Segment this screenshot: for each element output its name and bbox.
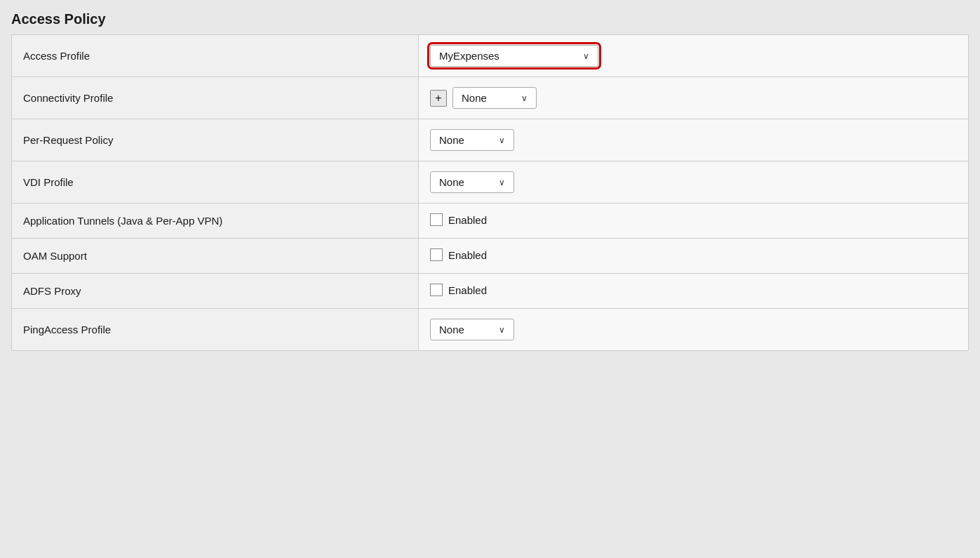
table-row: Per-Request PolicyNone∨ [12, 119, 969, 161]
row-label-application-tunnels: Application Tunnels (Java & Per-App VPN) [23, 215, 222, 227]
value-cell-application-tunnels: Enabled [419, 204, 969, 239]
chevron-down-icon: ∨ [499, 178, 505, 187]
checkbox-container-oam-support: Enabled [430, 248, 487, 261]
dropdown-value-per-request-policy: None [439, 134, 464, 146]
checkbox-adfs-proxy[interactable] [430, 284, 443, 296]
value-cell-pingaccess-profile: None∨ [419, 309, 969, 351]
value-cell-vdi-profile: None∨ [419, 161, 969, 204]
value-cell-oam-support: Enabled [419, 239, 969, 274]
table-row: Connectivity Profile+None∨ [12, 77, 969, 119]
page-container: Access Policy Access ProfileMyExpenses∨C… [0, 0, 980, 558]
dropdown-value-pingaccess-profile: None [439, 324, 464, 336]
section-title: Access Policy [11, 11, 969, 27]
plus-button-connectivity-profile[interactable]: + [430, 90, 447, 107]
row-label-access-profile: Access Profile [23, 50, 90, 62]
dropdown-value-vdi-profile: None [439, 176, 464, 188]
row-label-connectivity-profile: Connectivity Profile [23, 92, 113, 104]
checkbox-container-application-tunnels: Enabled [430, 213, 487, 226]
label-cell-oam-support: OAM Support [12, 239, 419, 274]
connectivity-label-inner: Connectivity Profile [23, 92, 407, 104]
row-label-oam-support: OAM Support [23, 250, 87, 262]
chevron-down-icon: ∨ [521, 93, 528, 103]
table-row: PingAccess ProfileNone∨ [12, 309, 969, 351]
checkbox-oam-support[interactable] [430, 248, 443, 261]
label-cell-pingaccess-profile: PingAccess Profile [12, 309, 419, 351]
table-row: VDI ProfileNone∨ [12, 161, 969, 204]
dropdown-value-access-profile: MyExpenses [439, 50, 499, 62]
row-label-per-request-policy: Per-Request Policy [23, 134, 113, 146]
dropdown-connectivity-profile[interactable]: None∨ [452, 87, 537, 109]
checkbox-label-application-tunnels: Enabled [448, 214, 487, 226]
checkbox-application-tunnels[interactable] [430, 213, 443, 226]
dropdown-access-profile[interactable]: MyExpenses∨ [430, 45, 598, 67]
chevron-down-icon: ∨ [499, 325, 505, 335]
value-cell-access-profile: MyExpenses∨ [419, 35, 969, 77]
dropdown-vdi-profile[interactable]: None∨ [430, 171, 514, 193]
table-row: Application Tunnels (Java & Per-App VPN)… [12, 204, 969, 239]
row-label-pingaccess-profile: PingAccess Profile [23, 324, 111, 336]
chevron-down-icon: ∨ [583, 51, 589, 61]
table-row: Access ProfileMyExpenses∨ [12, 35, 969, 77]
label-cell-access-profile: Access Profile [12, 35, 419, 77]
form-table: Access ProfileMyExpenses∨Connectivity Pr… [11, 34, 969, 351]
table-row: OAM SupportEnabled [12, 239, 969, 274]
dropdown-per-request-policy[interactable]: None∨ [430, 129, 514, 151]
chevron-down-icon: ∨ [499, 135, 505, 145]
checkbox-label-adfs-proxy: Enabled [448, 284, 487, 296]
label-cell-per-request-policy: Per-Request Policy [12, 119, 419, 161]
checkbox-container-adfs-proxy: Enabled [430, 284, 487, 296]
dropdown-value-connectivity-profile: None [462, 92, 487, 104]
value-cell-connectivity-profile: +None∨ [419, 77, 969, 119]
dropdown-pingaccess-profile[interactable]: None∨ [430, 319, 514, 340]
label-cell-adfs-proxy: ADFS Proxy [12, 274, 419, 309]
row-label-adfs-proxy: ADFS Proxy [23, 285, 81, 297]
table-row: ADFS ProxyEnabled [12, 274, 969, 309]
value-cell-per-request-policy: None∨ [419, 119, 969, 161]
checkbox-label-oam-support: Enabled [448, 249, 487, 261]
label-cell-connectivity-profile: Connectivity Profile [12, 77, 419, 119]
label-cell-application-tunnels: Application Tunnels (Java & Per-App VPN) [12, 204, 419, 239]
row-label-vdi-profile: VDI Profile [23, 176, 74, 188]
value-cell-adfs-proxy: Enabled [419, 274, 969, 309]
label-cell-vdi-profile: VDI Profile [12, 161, 419, 204]
